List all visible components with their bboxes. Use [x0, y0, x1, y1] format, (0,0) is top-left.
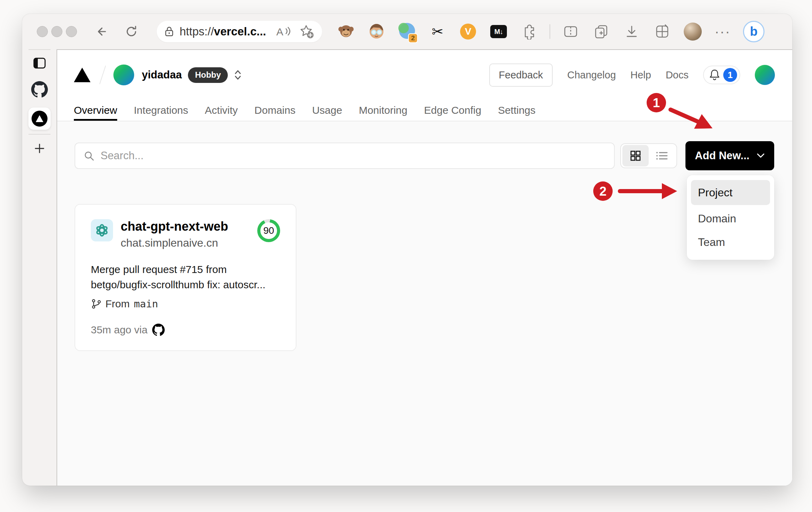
markdown-extension-icon[interactable]: M↓ — [489, 22, 509, 42]
scissors-icon: ✂ — [432, 25, 443, 39]
latest-commit-message: Merge pull request #715 from betgo/bugfi… — [91, 262, 280, 292]
vertical-tab-strip — [22, 49, 57, 486]
view-toggle — [620, 143, 677, 168]
back-arrow-icon — [95, 25, 109, 39]
toggle-vertical-tabs-button[interactable] — [33, 58, 46, 69]
search-input[interactable] — [101, 150, 606, 162]
monkey-extension-icon[interactable] — [336, 22, 356, 42]
bing-b-icon: b — [750, 24, 758, 39]
changelog-link[interactable]: Changelog — [567, 69, 616, 81]
address-bar[interactable]: https://vercel.c... A — [157, 21, 322, 42]
tab-vercel-active[interactable] — [28, 108, 51, 130]
notifications-button[interactable]: 1 — [703, 66, 740, 84]
puzzle-icon — [521, 24, 537, 40]
monkey-face-icon — [337, 23, 355, 40]
project-card-header: chat-gpt-next-web chat.simplenaive.cn 90 — [91, 219, 280, 249]
downloads-button[interactable] — [622, 22, 642, 42]
apps-launcher-button[interactable] — [652, 22, 672, 42]
add-favorite-star-icon[interactable] — [299, 24, 314, 39]
score-ring: 90 — [257, 219, 280, 242]
branch-name: main — [134, 298, 158, 310]
dropdown-item-team[interactable]: Team — [691, 231, 770, 253]
user-avatar[interactable] — [755, 65, 775, 85]
grid-view-button[interactable] — [622, 145, 649, 167]
extensions-menu-button[interactable] — [519, 22, 539, 42]
collections-plus-icon — [594, 24, 609, 39]
clipper-extension-icon[interactable]: ✂ — [427, 22, 448, 42]
apps-grid-icon — [655, 24, 670, 39]
list-view-icon — [656, 150, 668, 161]
url-scheme: https:// — [180, 25, 214, 38]
tab-integrations[interactable]: Integrations — [134, 100, 188, 121]
avatar-extension-icon[interactable] — [366, 22, 387, 42]
refresh-icon — [124, 24, 139, 39]
split-screen-button[interactable] — [561, 22, 581, 42]
header-actions: Feedback Changelog Help Docs 1 — [489, 63, 775, 87]
project-logo — [91, 219, 113, 241]
search-icon — [84, 150, 94, 161]
svg-text:A: A — [276, 26, 283, 37]
download-icon — [624, 24, 639, 39]
help-link[interactable]: Help — [630, 69, 651, 81]
browser-toolbar: https://vercel.c... A — [22, 14, 792, 49]
tab-github[interactable] — [31, 81, 48, 98]
project-name[interactable]: chat-gpt-next-web — [121, 219, 228, 234]
list-view-button[interactable] — [649, 145, 675, 167]
refresh-button[interactable] — [124, 24, 139, 39]
url-host: vercel.c... — [214, 25, 266, 38]
split-screen-icon — [563, 25, 578, 39]
chevron-down-icon — [757, 153, 765, 159]
project-titles: chat-gpt-next-web chat.simplenaive.cn — [121, 219, 228, 249]
bing-chat-button[interactable]: b — [743, 21, 765, 42]
new-tab-button[interactable] — [33, 142, 46, 155]
zoom-window-button[interactable] — [66, 26, 77, 37]
branch-row: From main — [91, 298, 280, 310]
extension-icons-row: 2 ✂ V M↓ — [336, 22, 703, 42]
tab-usage[interactable]: Usage — [312, 100, 342, 121]
minimize-window-button[interactable] — [51, 26, 62, 37]
web-content: yidadaa Hobby Feedback Changelog Help Do… — [57, 49, 792, 486]
docs-link[interactable]: Docs — [666, 69, 689, 81]
tab-activity[interactable]: Activity — [205, 100, 238, 121]
browser-window: https://vercel.c... A — [22, 14, 792, 486]
circles-badge-icon: 2 — [398, 23, 416, 40]
extension-count-badge: 2 — [408, 33, 418, 43]
project-card[interactable]: chat-gpt-next-web chat.simplenaive.cn 90… — [75, 204, 296, 351]
team-switcher-button[interactable] — [233, 69, 242, 81]
tab-manager-extension-icon[interactable]: 2 — [397, 22, 417, 42]
grid-view-icon — [630, 150, 641, 162]
plus-icon — [33, 142, 46, 155]
vercel-triangle-icon — [36, 115, 43, 122]
vercel-circle-icon — [32, 111, 47, 127]
close-window-button[interactable] — [37, 26, 48, 37]
dropdown-item-domain[interactable]: Domain — [691, 208, 770, 229]
deployment-meta: 35m ago via — [91, 324, 280, 336]
toolbar-overflow-button[interactable]: ··· — [715, 24, 731, 40]
add-new-button[interactable]: Add New... — [685, 141, 774, 170]
tab-domains[interactable]: Domains — [254, 100, 295, 121]
team-name: yidadaa — [142, 69, 182, 81]
vimium-extension-icon[interactable]: V — [458, 22, 478, 42]
dropdown-item-project[interactable]: Project — [691, 180, 770, 205]
tab-monitoring[interactable]: Monitoring — [359, 100, 407, 121]
profile-avatar[interactable] — [683, 22, 703, 42]
project-domain[interactable]: chat.simplenaive.cn — [121, 237, 228, 249]
address-bar-actions: A — [276, 24, 314, 39]
read-aloud-icon[interactable]: A — [276, 25, 291, 39]
feedback-button[interactable]: Feedback — [489, 63, 553, 87]
tab-settings[interactable]: Settings — [498, 100, 535, 121]
vercel-nav-tabs: Overview Integrations Activity Domains U… — [57, 100, 792, 121]
collections-button[interactable] — [591, 22, 611, 42]
back-button[interactable] — [95, 25, 109, 39]
girl-face-icon — [368, 23, 385, 40]
markdown-m-icon: M↓ — [490, 25, 507, 38]
bell-icon — [709, 69, 720, 81]
tab-overview[interactable]: Overview — [74, 100, 117, 121]
vercel-logo[interactable] — [74, 68, 90, 82]
lock-icon — [164, 26, 174, 37]
add-new-label: Add New... — [695, 150, 749, 162]
tab-edge-config[interactable]: Edge Config — [424, 100, 481, 121]
cat-photo-avatar — [684, 23, 702, 41]
url-text: https://vercel.c... — [180, 25, 266, 38]
traffic-lights — [37, 26, 77, 37]
